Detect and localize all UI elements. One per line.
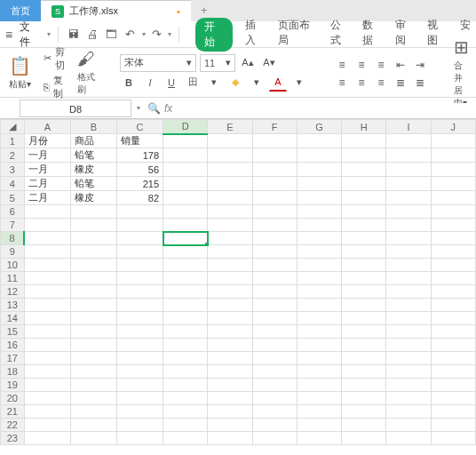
cell-G13[interactable]	[297, 299, 341, 312]
cell-J18[interactable]	[431, 365, 475, 379]
print-icon[interactable]: 🖨	[85, 27, 100, 43]
indent-decrease-button[interactable]: ⇤	[392, 56, 409, 74]
cell-I12[interactable]	[386, 285, 431, 299]
cell-H5[interactable]	[342, 191, 386, 205]
merge-center-label[interactable]: 合并居中▾	[454, 60, 469, 109]
cell-A5[interactable]: 二月	[24, 191, 70, 205]
cell-I6[interactable]	[386, 205, 431, 219]
cell-B11[interactable]	[70, 272, 116, 285]
cell-D19[interactable]	[163, 379, 208, 392]
cell-D15[interactable]	[163, 325, 208, 339]
cell-E23[interactable]	[208, 432, 252, 445]
chevron-down-icon[interactable]: ▾	[248, 74, 266, 92]
cell-D8[interactable]	[163, 232, 208, 245]
cell-C23[interactable]	[116, 432, 163, 445]
cell-B16[interactable]	[70, 339, 116, 352]
file-menu-dropdown-icon[interactable]: ▾	[47, 30, 51, 38]
copy-button[interactable]: ⎘复制	[44, 74, 65, 100]
cell-C7[interactable]	[116, 219, 163, 232]
cell-F12[interactable]	[252, 285, 297, 299]
cell-C10[interactable]	[116, 259, 163, 272]
col-header-I[interactable]: I	[386, 120, 431, 134]
cell-A1[interactable]: 月份	[24, 134, 70, 148]
cell-I18[interactable]	[386, 365, 431, 379]
distribute-button[interactable]: ≣	[411, 74, 429, 92]
cell-B10[interactable]	[70, 259, 116, 272]
row-header[interactable]: 20	[1, 392, 25, 405]
cell-G19[interactable]	[297, 379, 341, 392]
cell-C8[interactable]	[116, 232, 163, 245]
col-header-B[interactable]: B	[70, 120, 116, 134]
cell-I23[interactable]	[386, 432, 431, 445]
cell-G16[interactable]	[297, 339, 341, 352]
row-header[interactable]: 17	[1, 352, 25, 365]
row-header[interactable]: 13	[1, 299, 25, 312]
cell-F21[interactable]	[252, 405, 297, 419]
cell-A13[interactable]	[24, 299, 70, 312]
cell-H7[interactable]	[342, 219, 386, 232]
cell-D22[interactable]	[163, 419, 208, 432]
cell-B22[interactable]	[70, 419, 116, 432]
cell-H12[interactable]	[342, 285, 386, 299]
cell-G3[interactable]	[297, 163, 341, 177]
indent-increase-button[interactable]: ⇥	[411, 56, 429, 74]
cell-E7[interactable]	[208, 219, 252, 232]
cell-D16[interactable]	[163, 339, 208, 352]
cell-B1[interactable]: 商品	[70, 134, 116, 148]
cell-B13[interactable]	[70, 299, 116, 312]
cell-B19[interactable]	[70, 379, 116, 392]
cell-D20[interactable]	[163, 392, 208, 405]
cell-F5[interactable]	[252, 191, 297, 205]
cell-F18[interactable]	[252, 365, 297, 379]
shrink-font-button[interactable]: A▾	[260, 54, 278, 72]
row-header[interactable]: 19	[1, 379, 25, 392]
cell-C5[interactable]: 82	[116, 191, 163, 205]
file-menu[interactable]: 文件	[16, 20, 44, 50]
cell-G21[interactable]	[297, 405, 341, 419]
cell-B3[interactable]: 橡皮	[70, 163, 116, 177]
cell-B4[interactable]: 铅笔	[70, 177, 116, 191]
cell-A15[interactable]	[24, 325, 70, 339]
cell-H1[interactable]	[342, 134, 386, 148]
row-header[interactable]: 1	[1, 134, 25, 148]
cell-B20[interactable]	[70, 392, 116, 405]
cell-H3[interactable]	[342, 163, 386, 177]
cell-J22[interactable]	[431, 419, 475, 432]
cell-E15[interactable]	[208, 325, 252, 339]
cell-A19[interactable]	[24, 379, 70, 392]
undo-dropdown-icon[interactable]: ▾	[142, 30, 146, 38]
paste-label[interactable]: 粘贴▾	[9, 78, 31, 91]
cell-B15[interactable]	[70, 325, 116, 339]
row-header[interactable]: 4	[1, 177, 25, 191]
cell-F11[interactable]	[252, 272, 297, 285]
cell-J11[interactable]	[431, 272, 475, 285]
cell-H21[interactable]	[342, 405, 386, 419]
cell-D2[interactable]	[163, 148, 208, 163]
cell-H20[interactable]	[342, 392, 386, 405]
print-preview-icon[interactable]: 🗔	[104, 27, 119, 43]
cell-E22[interactable]	[208, 419, 252, 432]
cell-I21[interactable]	[386, 405, 431, 419]
cell-D1[interactable]	[163, 134, 208, 148]
cell-J2[interactable]	[431, 148, 475, 163]
chevron-down-icon[interactable]: ▾	[290, 74, 308, 92]
cell-B18[interactable]	[70, 365, 116, 379]
cell-I22[interactable]	[386, 419, 431, 432]
cell-G1[interactable]	[297, 134, 341, 148]
cell-J7[interactable]	[431, 219, 475, 232]
align-top-right-button[interactable]: ≡	[372, 56, 390, 74]
italic-button[interactable]: I	[141, 74, 159, 92]
cell-J6[interactable]	[431, 205, 475, 219]
cell-F13[interactable]	[252, 299, 297, 312]
cell-G10[interactable]	[297, 259, 341, 272]
cell-E10[interactable]	[208, 259, 252, 272]
bold-button[interactable]: B	[120, 74, 138, 92]
cell-I1[interactable]	[386, 134, 431, 148]
cell-G22[interactable]	[297, 419, 341, 432]
cell-J3[interactable]	[431, 163, 475, 177]
cell-D7[interactable]	[163, 219, 208, 232]
cell-A9[interactable]	[24, 245, 70, 259]
col-header-G[interactable]: G	[297, 120, 341, 134]
cell-D10[interactable]	[163, 259, 208, 272]
cell-I20[interactable]	[386, 392, 431, 405]
